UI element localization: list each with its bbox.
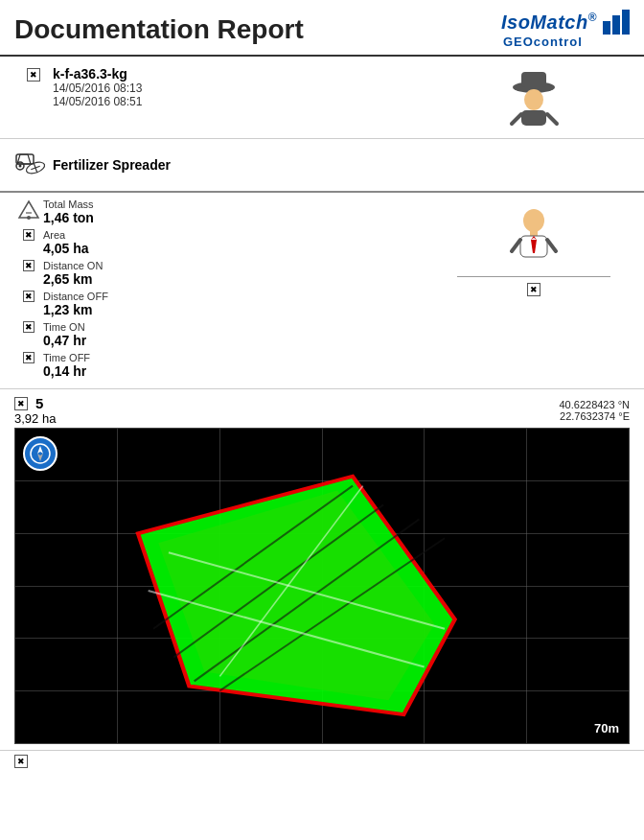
time-off-row: ✖ Time OFF 0,14 hr [14, 352, 438, 379]
stats-right: ✖ [438, 198, 630, 383]
distance-on-label: Distance ON [43, 260, 438, 271]
operator-hat-icon [508, 66, 561, 128]
page-title: Documentation Report [14, 14, 304, 45]
distance-off-icon: ✖ [14, 291, 43, 302]
distance-off-block: Distance OFF 1,23 km [43, 291, 438, 317]
mass-icon [14, 198, 43, 223]
distance-on-block: Distance ON 2,65 km [43, 260, 438, 287]
distance-on-row: ✖ Distance ON 2,65 km [14, 260, 438, 287]
time-off-icon: ✖ [14, 352, 43, 363]
field-date1: 14/05/2016 08:13 [53, 82, 438, 95]
distance-off-label: Distance OFF [43, 291, 438, 302]
operator-icon-area [438, 66, 630, 128]
equipment-name: Fertilizer Spreader [53, 157, 630, 173]
stats-section: Total Mass 1,46 ton ✖ Area 4,05 ha ✖ Dis… [0, 193, 644, 389]
time-on-icon: ✖ [14, 321, 43, 333]
footer-icon: ✖ [14, 755, 28, 768]
svg-line-22 [547, 240, 556, 251]
total-mass-row: Total Mass 1,46 ton [14, 198, 438, 225]
map-coordinates: 40.6228423 °N 22.7632374 °E [559, 399, 630, 422]
total-mass-label: Total Mass [43, 198, 438, 210]
compass-icon [23, 436, 58, 471]
field-date2: 14/05/2016 08:51 [53, 95, 438, 108]
time-off-value: 0,14 hr [43, 363, 438, 379]
page-header: Documentation Report IsoMatch® GEOcontro… [0, 0, 644, 57]
svg-rect-1 [521, 72, 546, 87]
area-row: ✖ Area 4,05 ha [14, 229, 438, 256]
time-on-value: 0,47 hr [43, 333, 438, 348]
svg-point-14 [27, 216, 31, 220]
map-checkbox: ✖ [14, 397, 28, 410]
stat-checkbox-right: ✖ [527, 283, 540, 296]
logo-geocontrol: GEOcontrol [503, 35, 583, 49]
total-mass-value: 1,46 ton [43, 210, 438, 225]
total-mass-block: Total Mass 1,46 ton [43, 198, 438, 225]
coord-north: 40.6228423 °N [559, 399, 630, 410]
fertilizer-spreader-icon [14, 147, 48, 180]
field-checkbox-icon: ✖ [14, 66, 53, 82]
equipment-row: Fertilizer Spreader [0, 139, 644, 193]
logo-isomatch: IsoMatch® [501, 11, 597, 34]
distance-off-row: ✖ Distance OFF 1,23 km [14, 291, 438, 317]
map-scale-label: 70m [594, 721, 619, 735]
svg-point-16 [523, 209, 544, 232]
field-map-area: 3,92 ha [14, 411, 56, 426]
svg-line-21 [512, 240, 520, 251]
time-off-block: Time OFF 0,14 hr [43, 352, 438, 379]
time-on-row: ✖ Time ON 0,47 hr [14, 321, 438, 348]
area-icon: ✖ [14, 229, 43, 241]
svg-point-2 [524, 89, 543, 110]
map-header: ✖ 5 3,92 ha 40.6228423 °N 22.7632374 °E [14, 395, 630, 426]
logo: IsoMatch® GEOcontrol [501, 10, 630, 49]
distance-off-value: 1,23 km [43, 302, 438, 317]
field-number: 5 [35, 395, 43, 411]
area-block: Area 4,05 ha [43, 229, 438, 256]
svg-line-4 [512, 114, 521, 124]
separator [457, 276, 610, 277]
equipment-icon [14, 147, 53, 183]
map-container: 70m [14, 428, 630, 744]
svg-line-5 [547, 114, 557, 124]
field-name: k-f-a36.3-kg [53, 66, 438, 82]
map-left-info: ✖ 5 3,92 ha [14, 395, 56, 426]
svg-point-12 [19, 165, 22, 168]
field-info: k-f-a36.3-kg 14/05/2016 08:13 14/05/2016… [53, 66, 438, 108]
svg-marker-13 [19, 201, 38, 218]
svg-rect-17 [530, 231, 538, 236]
area-value: 4,05 ha [43, 241, 438, 256]
footer: ✖ [0, 751, 644, 772]
worker-icon [508, 203, 561, 270]
field-svg [15, 429, 629, 743]
svg-rect-3 [521, 110, 546, 126]
map-section: ✖ 5 3,92 ha 40.6228423 °N 22.7632374 °E [0, 389, 644, 751]
distance-on-icon: ✖ [14, 260, 43, 271]
coord-east: 22.7632374 °E [559, 410, 630, 422]
time-on-label: Time ON [43, 321, 438, 333]
area-label: Area [43, 229, 438, 241]
time-on-block: Time ON 0,47 hr [43, 321, 438, 348]
field-row: ✖ k-f-a36.3-kg 14/05/2016 08:13 14/05/20… [0, 57, 644, 139]
distance-on-value: 2,65 km [43, 271, 438, 287]
stats-left: Total Mass 1,46 ton ✖ Area 4,05 ha ✖ Dis… [14, 198, 438, 383]
time-off-label: Time OFF [43, 352, 438, 363]
